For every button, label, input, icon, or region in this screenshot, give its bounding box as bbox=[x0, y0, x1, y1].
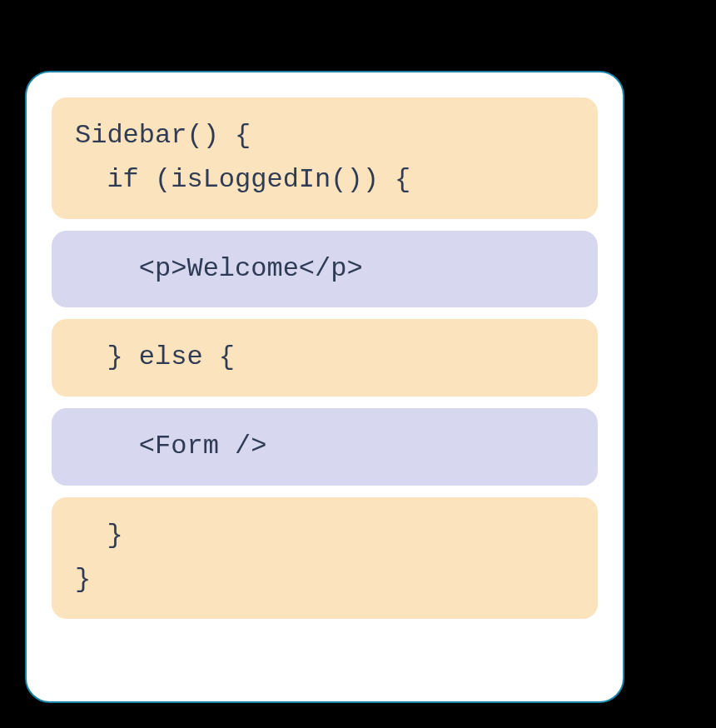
code-block-4: <Form /> bbox=[52, 408, 598, 486]
code-block-5: } } bbox=[52, 497, 598, 619]
code-block-2: <p>Welcome</p> bbox=[52, 231, 598, 308]
code-block-1: Sidebar() { if (isLoggedIn()) { bbox=[52, 97, 598, 219]
code-block-3: } else { bbox=[52, 319, 598, 396]
code-card: Sidebar() { if (isLoggedIn()) { <p>Welco… bbox=[25, 71, 624, 703]
